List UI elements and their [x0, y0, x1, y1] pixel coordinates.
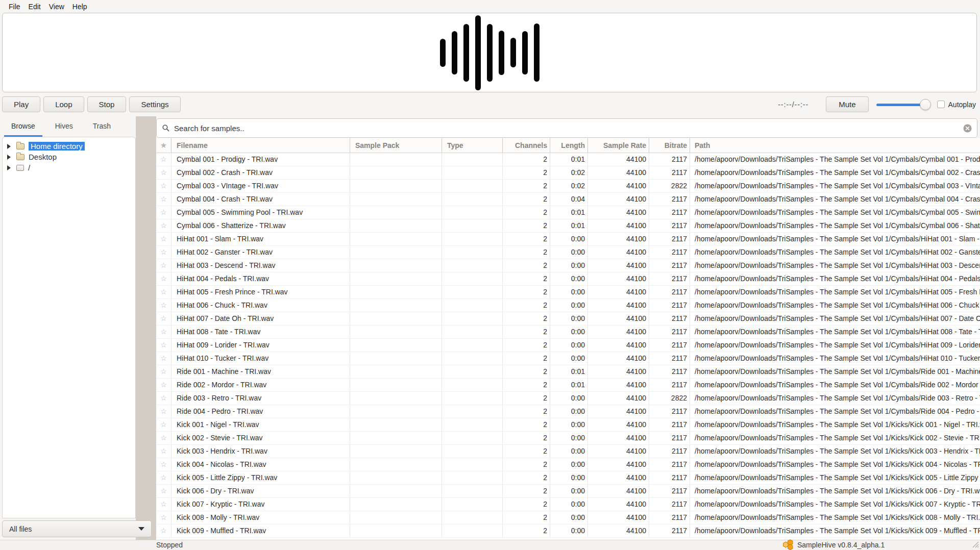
favorite-star-icon[interactable]: ☆	[156, 471, 172, 484]
tree-item[interactable]: /	[3, 162, 135, 173]
favorite-star-icon[interactable]: ☆	[156, 432, 172, 444]
favorite-star-icon[interactable]: ☆	[156, 286, 172, 298]
favorite-star-icon[interactable]: ☆	[156, 511, 172, 524]
table-row[interactable]: ☆ HiHat 003 - Descend - TRI.wav 2 0:00 4…	[156, 259, 980, 272]
search-input[interactable]	[174, 124, 959, 133]
favorite-star-icon[interactable]: ☆	[156, 418, 172, 431]
header-length[interactable]: Length	[550, 138, 588, 153]
cell-path: /home/apoorv/Downloads/TriSamples - The …	[690, 485, 980, 497]
favorite-star-icon[interactable]: ☆	[156, 458, 172, 471]
favorite-star-icon[interactable]: ☆	[156, 233, 172, 245]
table-row[interactable]: ☆ HiHat 001 - Slam - TRI.wav 2 0:00 4410…	[156, 233, 980, 246]
table-row[interactable]: ☆ HiHat 009 - Lorider - TRI.wav 2 0:00 4…	[156, 339, 980, 352]
favorite-star-icon[interactable]: ☆	[156, 379, 172, 391]
menu-item-view[interactable]: View	[45, 3, 68, 11]
loop-button[interactable]: Loop	[43, 96, 84, 112]
stop-button[interactable]: Stop	[87, 96, 127, 112]
header-path[interactable]: Path	[690, 138, 980, 153]
menu-item-help[interactable]: Help	[68, 3, 91, 11]
favorite-star-icon[interactable]: ☆	[156, 193, 172, 206]
favorite-star-icon[interactable]: ☆	[156, 326, 172, 338]
header-favorite-star-icon[interactable]: ★	[156, 138, 172, 153]
tab-trash[interactable]: Trash	[86, 116, 118, 137]
favorite-star-icon[interactable]: ☆	[156, 259, 172, 272]
header-channels[interactable]: Channels	[503, 138, 550, 153]
table-row[interactable]: ☆ Cymbal 004 - Crash - TRI.wav 2 0:04 44…	[156, 193, 980, 206]
favorite-star-icon[interactable]: ☆	[156, 246, 172, 259]
table-row[interactable]: ☆ Cymbal 001 - Prodigy - TRI.wav 2 0:01 …	[156, 153, 980, 166]
table-row[interactable]: ☆ Kick 007 - Kryptic - TRI.wav 2 0:00 44…	[156, 498, 980, 511]
resize-grip[interactable]	[971, 540, 979, 549]
expander-arrow-icon[interactable]	[7, 165, 11, 170]
table-row[interactable]: ☆ HiHat 006 - Chuck - TRI.wav 2 0:00 441…	[156, 299, 980, 312]
table-row[interactable]: ☆ Ride 004 - Pedro - TRI.wav 2 0:00 4410…	[156, 405, 980, 418]
header-sample-rate[interactable]: Sample Rate	[588, 138, 649, 153]
table-row[interactable]: ☆ Ride 001 - Machine - TRI.wav 2 0:01 44…	[156, 365, 980, 379]
header-filename[interactable]: Filename	[172, 138, 350, 153]
favorite-star-icon[interactable]: ☆	[156, 299, 172, 312]
table-row[interactable]: ☆ Kick 004 - Nicolas - TRI.wav 2 0:00 44…	[156, 458, 980, 471]
favorite-star-icon[interactable]: ☆	[156, 485, 172, 497]
settings-button[interactable]: Settings	[129, 96, 180, 112]
expander-arrow-icon[interactable]	[7, 144, 11, 149]
cell-bitrate: 2117	[649, 379, 690, 391]
favorite-star-icon[interactable]: ☆	[156, 166, 172, 179]
tree-item[interactable]: Home directory	[3, 141, 135, 152]
favorite-star-icon[interactable]: ☆	[156, 498, 172, 511]
cell-channels: 2	[503, 339, 550, 352]
table-row[interactable]: ☆ HiHat 005 - Fresh Prince - TRI.wav 2 0…	[156, 286, 980, 299]
table-row[interactable]: ☆ Kick 006 - Dry - TRI.wav 2 0:00 44100 …	[156, 485, 980, 498]
file-filter-dropdown[interactable]: All files	[2, 520, 152, 537]
table-row[interactable]: ☆ HiHat 007 - Date Oh - TRI.wav 2 0:00 4…	[156, 312, 980, 326]
favorite-star-icon[interactable]: ☆	[156, 365, 172, 378]
table-row[interactable]: ☆ Kick 008 - Molly - TRI.wav 2 0:00 4410…	[156, 511, 980, 524]
table-row[interactable]: ☆ HiHat 004 - Pedals - TRI.wav 2 0:00 44…	[156, 272, 980, 286]
favorite-star-icon[interactable]: ☆	[156, 180, 172, 192]
table-row[interactable]: ☆ HiHat 010 - Tucker - TRI.wav 2 0:00 44…	[156, 352, 980, 365]
header-bitrate[interactable]: Bitrate	[649, 138, 690, 153]
cell-bitrate: 2822	[649, 392, 690, 405]
favorite-star-icon[interactable]: ☆	[156, 272, 172, 285]
favorite-star-icon[interactable]: ☆	[156, 206, 172, 219]
table-row[interactable]: ☆ Cymbal 003 - VIntage - TRI.wav 2 0:02 …	[156, 180, 980, 193]
pane-separator[interactable]	[136, 116, 156, 540]
menu-item-edit[interactable]: Edit	[24, 3, 45, 11]
clear-search-icon[interactable]	[963, 124, 972, 133]
table-row[interactable]: ☆ Kick 001 - Nigel - TRI.wav 2 0:00 4410…	[156, 418, 980, 432]
volume-slider[interactable]	[876, 98, 930, 111]
play-button[interactable]: Play	[2, 96, 40, 112]
cell-sample-rate: 44100	[588, 219, 649, 232]
favorite-star-icon[interactable]: ☆	[156, 153, 172, 166]
favorite-star-icon[interactable]: ☆	[156, 339, 172, 352]
tree-item[interactable]: Desktop	[3, 152, 135, 162]
tab-browse[interactable]: Browse	[4, 116, 42, 137]
table-row[interactable]: ☆ Kick 005 - Little Zippy - TRI.wav 2 0:…	[156, 471, 980, 485]
expander-arrow-icon[interactable]	[7, 155, 11, 160]
favorite-star-icon[interactable]: ☆	[156, 524, 172, 537]
table-row[interactable]: ☆ Kick 003 - Hendrix - TRI.wav 2 0:00 44…	[156, 445, 980, 458]
table-row[interactable]: ☆ Kick 009 - Muffled - TRI.wav 2 0:00 44…	[156, 524, 980, 538]
table-row[interactable]: ☆ HiHat 008 - Tate - TRI.wav 2 0:00 4410…	[156, 326, 980, 339]
table-row[interactable]: ☆ Cymbal 002 - Crash - TRI.wav 2 0:02 44…	[156, 166, 980, 180]
table-row[interactable]: ☆ Cymbal 006 - Shatterize - TRI.wav 2 0:…	[156, 219, 980, 233]
table-row[interactable]: ☆ Ride 003 - Retro - TRI.wav 2 0:00 4410…	[156, 392, 980, 405]
header-sample-pack[interactable]: Sample Pack	[350, 138, 442, 153]
header-type[interactable]: Type	[442, 138, 503, 153]
tree-item-label: /	[28, 163, 30, 172]
favorite-star-icon[interactable]: ☆	[156, 352, 172, 365]
volume-slider-knob[interactable]	[920, 99, 931, 110]
table-row[interactable]: ☆ Ride 002 - Mordor - TRI.wav 2 0:01 441…	[156, 379, 980, 392]
favorite-star-icon[interactable]: ☆	[156, 312, 172, 325]
table-row[interactable]: ☆ Cymbal 005 - Swimming Pool - TRI.wav 2…	[156, 206, 980, 219]
mute-button[interactable]: Mute	[826, 96, 868, 112]
menu-item-file[interactable]: File	[5, 3, 24, 11]
cell-length: 0:00	[550, 246, 588, 259]
table-row[interactable]: ☆ HiHat 002 - Ganster - TRI.wav 2 0:00 4…	[156, 246, 980, 259]
favorite-star-icon[interactable]: ☆	[156, 219, 172, 232]
favorite-star-icon[interactable]: ☆	[156, 445, 172, 458]
favorite-star-icon[interactable]: ☆	[156, 392, 172, 405]
favorite-star-icon[interactable]: ☆	[156, 405, 172, 418]
autoplay-checkbox[interactable]	[937, 101, 945, 108]
tab-hives[interactable]: Hives	[48, 116, 80, 137]
table-row[interactable]: ☆ Kick 002 - Stevie - TRI.wav 2 0:00 441…	[156, 432, 980, 445]
